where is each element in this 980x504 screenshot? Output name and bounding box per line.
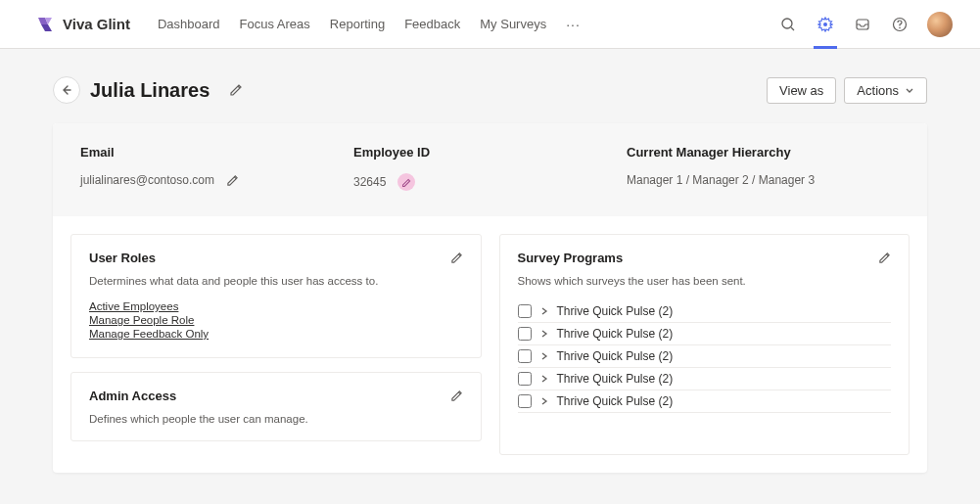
view-as-label: View as: [779, 83, 823, 98]
page-header: Julia Linares View as Actions: [53, 76, 927, 104]
avatar[interactable]: [927, 12, 953, 37]
email-value: julialinares@contoso.com: [80, 173, 214, 187]
admin-access-desc: Defines which people the user can manage…: [89, 413, 463, 425]
user-roles-panel: User Roles Determines what data and peop…: [70, 234, 482, 358]
view-as-button[interactable]: View as: [767, 77, 836, 104]
survey-checkbox[interactable]: [518, 304, 532, 318]
column-left: User Roles Determines what data and peop…: [70, 234, 482, 455]
chevron-right-icon[interactable]: [539, 396, 549, 406]
svg-point-5: [899, 26, 901, 28]
survey-name: Thrive Quick Pulse (2): [557, 327, 674, 341]
chevron-down-icon: [905, 85, 914, 95]
page-title: Julia Linares: [90, 79, 210, 102]
help-icon[interactable]: [890, 15, 910, 34]
edit-title-icon[interactable]: [229, 83, 243, 97]
survey-checkbox[interactable]: [518, 372, 532, 386]
arrow-left-icon: [61, 84, 72, 96]
survey-row: Thrive Quick Pulse (2): [518, 300, 892, 323]
survey-row: Thrive Quick Pulse (2): [518, 368, 892, 390]
employee-id-value: 32645: [353, 175, 386, 189]
nav-my-surveys[interactable]: My Surveys: [480, 17, 546, 31]
actions-label: Actions: [857, 83, 899, 98]
info-email: Email julialinares@contoso.com: [80, 145, 353, 191]
survey-row: Thrive Quick Pulse (2): [518, 345, 892, 368]
survey-row: Thrive Quick Pulse (2): [518, 323, 892, 345]
nav-right: [778, 12, 953, 37]
brand: Viva Glint: [35, 15, 130, 34]
chevron-right-icon[interactable]: [539, 374, 549, 384]
survey-programs-desc: Shows which surveys the user has been se…: [518, 275, 892, 287]
column-right: Survey Programs Shows which surveys the …: [499, 234, 910, 455]
survey-name: Thrive Quick Pulse (2): [557, 372, 674, 386]
survey-programs-panel: Survey Programs Shows which surveys the …: [499, 234, 910, 455]
page: Julia Linares View as Actions Email juli…: [0, 49, 980, 473]
inbox-icon[interactable]: [853, 15, 872, 34]
brand-logo-icon: [35, 15, 55, 34]
admin-access-panel: Admin Access Defines which people the us…: [70, 372, 482, 441]
survey-name: Thrive Quick Pulse (2): [557, 304, 674, 318]
hierarchy-value: Manager 1 / Manager 2 / Manager 3: [627, 173, 815, 187]
top-nav: Viva Glint Dashboard Focus Areas Reporti…: [0, 0, 980, 49]
survey-checkbox[interactable]: [518, 327, 532, 341]
nav-feedback[interactable]: Feedback: [404, 17, 460, 31]
chevron-right-icon[interactable]: [539, 306, 549, 316]
edit-employee-id-icon[interactable]: [397, 173, 415, 191]
info-hierarchy: Current Manager Hierarchy Manager 1 / Ma…: [627, 145, 900, 191]
page-header-right: View as Actions: [767, 77, 927, 104]
chevron-right-icon[interactable]: [539, 329, 549, 339]
actions-button[interactable]: Actions: [844, 77, 927, 104]
main-card: Email julialinares@contoso.com Employee …: [53, 123, 927, 473]
survey-programs-title: Survey Programs: [518, 251, 624, 265]
user-roles-desc: Determines what data and people this use…: [89, 275, 463, 287]
info-strip: Email julialinares@contoso.com Employee …: [53, 123, 927, 216]
nav-more-icon[interactable]: ···: [566, 17, 581, 32]
edit-survey-programs-icon[interactable]: [878, 252, 891, 264]
admin-access-title: Admin Access: [89, 389, 176, 403]
svg-line-1: [791, 27, 794, 30]
body-columns: User Roles Determines what data and peop…: [53, 216, 927, 473]
link-manage-people-role[interactable]: Manage People Role: [89, 314, 463, 326]
email-label: Email: [80, 145, 353, 160]
link-active-employees[interactable]: Active Employees: [89, 300, 463, 312]
survey-checkbox[interactable]: [518, 394, 532, 408]
brand-text: Viva Glint: [63, 16, 130, 32]
nav-items: Dashboard Focus Areas Reporting Feedback…: [158, 17, 778, 32]
user-roles-links: Active Employees Manage People Role Mana…: [89, 300, 463, 340]
edit-user-roles-icon[interactable]: [450, 252, 463, 264]
edit-email-icon[interactable]: [226, 174, 239, 187]
survey-name: Thrive Quick Pulse (2): [557, 349, 674, 363]
link-manage-feedback-only[interactable]: Manage Feedback Only: [89, 328, 463, 340]
survey-row: Thrive Quick Pulse (2): [518, 390, 892, 413]
info-employee-id: Employee ID 32645: [353, 145, 627, 191]
survey-checkbox[interactable]: [518, 349, 532, 363]
svg-point-0: [782, 19, 792, 28]
nav-focus-areas[interactable]: Focus Areas: [240, 17, 310, 31]
chevron-right-icon[interactable]: [539, 351, 549, 361]
nav-dashboard[interactable]: Dashboard: [158, 17, 220, 31]
page-header-left: Julia Linares: [53, 76, 243, 104]
hierarchy-label: Current Manager Hierarchy: [627, 145, 900, 160]
search-icon[interactable]: [778, 15, 798, 34]
survey-list: Thrive Quick Pulse (2) Thrive Quick Puls…: [518, 300, 892, 413]
edit-admin-access-icon[interactable]: [450, 389, 463, 402]
employee-id-label: Employee ID: [353, 145, 627, 160]
svg-point-2: [823, 23, 827, 26]
survey-name: Thrive Quick Pulse (2): [557, 394, 674, 408]
back-button[interactable]: [53, 76, 80, 104]
settings-gear-icon[interactable]: [816, 15, 835, 34]
nav-reporting[interactable]: Reporting: [330, 17, 385, 31]
user-roles-title: User Roles: [89, 251, 156, 265]
